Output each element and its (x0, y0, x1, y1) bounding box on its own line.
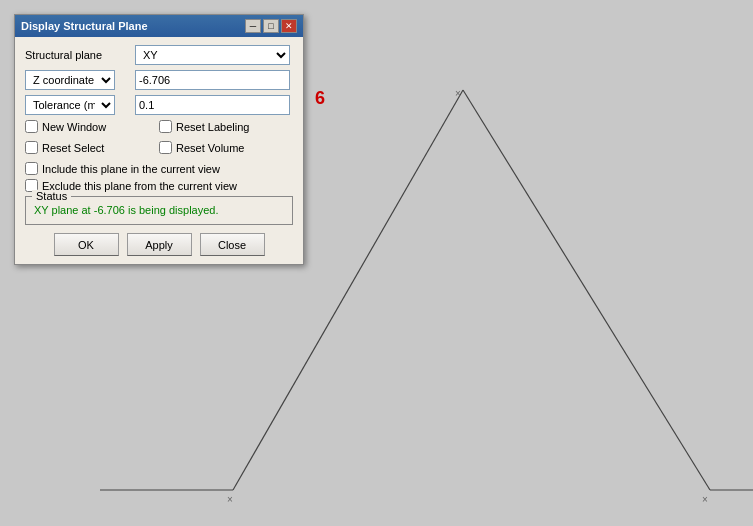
title-bar: Display Structural Plane ─ □ ✕ (15, 15, 303, 37)
svg-line-1 (463, 90, 710, 490)
tolerance-input[interactable] (135, 95, 290, 115)
z-coordinate-unit-select[interactable]: Z coordinate (m) (25, 70, 115, 90)
include-checkbox-row: Include this plane in the current view (25, 162, 293, 175)
new-window-label: New Window (42, 121, 106, 133)
svg-text:×: × (227, 494, 233, 505)
ok-button[interactable]: OK (54, 233, 119, 256)
structural-plane-select[interactable]: XY YZ XZ (135, 45, 290, 65)
buttons-row: OK Apply Close (25, 233, 293, 256)
reset-select-checkbox-row: Reset Select (25, 141, 159, 154)
exclude-label: Exclude this plane from the current view (42, 180, 237, 192)
dialog-title: Display Structural Plane (21, 20, 148, 32)
new-window-checkbox-row: New Window (25, 120, 159, 133)
title-bar-controls: ─ □ ✕ (245, 19, 297, 33)
include-checkbox[interactable] (25, 162, 38, 175)
reset-volume-checkbox-row: Reset Volume (159, 141, 293, 154)
close-button[interactable]: Close (200, 233, 265, 256)
structural-plane-row: Structural plane XY YZ XZ (25, 45, 293, 65)
reset-labeling-checkbox-row: Reset Labeling (159, 120, 293, 133)
reset-volume-label: Reset Volume (176, 142, 244, 154)
status-legend: Status (32, 190, 71, 202)
z-coordinate-row: Z coordinate (m) (25, 70, 293, 90)
reset-select-checkbox[interactable] (25, 141, 38, 154)
status-text: XY plane at -6.706 is being displayed. (34, 204, 284, 216)
maximize-button[interactable]: □ (263, 19, 279, 33)
reset-select-label: Reset Select (42, 142, 104, 154)
tolerance-row: Tolerance (m) (25, 95, 293, 115)
reset-labeling-label: Reset Labeling (176, 121, 249, 133)
dialog-display-structural-plane: Display Structural Plane ─ □ ✕ Structura… (14, 14, 304, 265)
tolerance-unit-select[interactable]: Tolerance (m) (25, 95, 115, 115)
dialog-content: Structural plane XY YZ XZ Z coordinate (… (15, 37, 303, 264)
status-group: Status XY plane at -6.706 is being displ… (25, 196, 293, 225)
structural-plane-label: Structural plane (25, 49, 135, 61)
svg-text:×: × (455, 88, 461, 99)
reset-labeling-checkbox[interactable] (159, 120, 172, 133)
z-coordinate-input[interactable] (135, 70, 290, 90)
apply-button[interactable]: Apply (127, 233, 192, 256)
close-title-button[interactable]: ✕ (281, 19, 297, 33)
include-label: Include this plane in the current view (42, 163, 220, 175)
reset-volume-checkbox[interactable] (159, 141, 172, 154)
new-window-checkbox[interactable] (25, 120, 38, 133)
minimize-button[interactable]: ─ (245, 19, 261, 33)
checkbox-row-1: New Window Reset Labeling (25, 120, 293, 137)
label-6: 6 (315, 88, 325, 109)
svg-text:×: × (702, 494, 708, 505)
checkbox-row-2: Reset Select Reset Volume (25, 141, 293, 158)
